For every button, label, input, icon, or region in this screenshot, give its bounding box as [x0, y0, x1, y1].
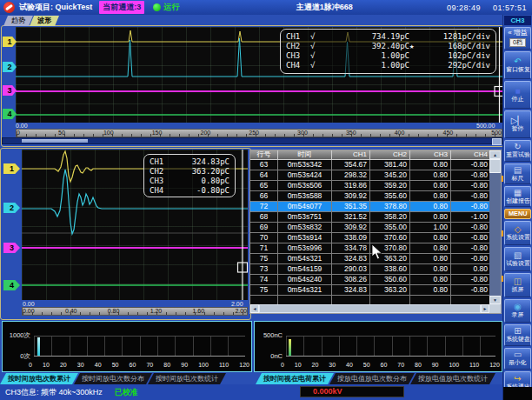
scroll-up-icon[interactable]: ▲	[489, 150, 501, 159]
minimize-button[interactable]: ▭ 最小化	[504, 348, 531, 370]
cell-ch4: -1.00	[451, 212, 491, 223]
channel-scale: 168pC/div	[421, 42, 490, 51]
test-settings-button[interactable]: ▧ 试验设置	[504, 247, 531, 271]
col-header-row-number[interactable]: 行号	[250, 150, 278, 160]
create-report-button[interactable]: ▦ 创建报告	[504, 186, 531, 207]
table-row[interactable]: 75 0m54s321 324.83 363.20 0.80 -0.80	[250, 285, 501, 296]
table-row[interactable]: 68 0m53s751 321.52 358.20 0.80 -1.00	[250, 212, 501, 223]
star-icon	[409, 61, 421, 70]
table-vertical-scrollbar[interactable]: ▲ ▼	[489, 150, 501, 304]
top-scope-scrollbar[interactable]	[2, 137, 502, 144]
grip-mark	[502, 276, 503, 282]
pause-button[interactable]: ▷▏ 暂停	[504, 110, 531, 138]
cell-time: 0m54s159	[278, 264, 332, 275]
cell-ch3: 0.80	[410, 181, 451, 191]
cell-ch1: 324.83	[332, 254, 370, 264]
ch4-tag[interactable]: 4	[3, 109, 17, 119]
ch1-tag[interactable]: 1	[3, 163, 20, 174]
ruler-tick-label: 50	[58, 130, 65, 136]
gain-label: 增益	[514, 30, 528, 37]
table-row[interactable]: 69 0m53s832 309.92 355.00 1.00 -0.80	[250, 223, 501, 233]
ch3-tag[interactable]: 3	[3, 243, 20, 253]
hist-left-ymax: 1000次	[4, 331, 30, 340]
ch3-tag[interactable]: 3	[3, 85, 17, 96]
col-header-ch3[interactable]: CH3	[410, 150, 451, 160]
channel-label: CH4	[286, 61, 310, 70]
table-row[interactable]: 70 0m53s914 338.09 370.60 0.80 -0.80	[250, 233, 501, 243]
scroll-right-icon[interactable]: ►	[481, 304, 489, 313]
tick-label: 20	[60, 362, 67, 368]
table-row[interactable]: 74 0m54s240 308.26 350.60 0.80 -0.80	[250, 275, 501, 285]
tick-label: 110	[219, 362, 229, 368]
channel-info-text: CH3信息: 频带 40k~300kHz	[5, 387, 103, 398]
col-header-ch1[interactable]: CH1	[332, 150, 370, 160]
pulse-values-box: CH1 324.83pC CH2 363.20pC CH3 0.80pC CH4…	[143, 154, 236, 197]
bottom-tab[interactable]: 按时间放电次数统计	[148, 373, 226, 384]
col-header-ch2[interactable]: CH2	[370, 150, 410, 160]
pulse-ruler: 0.000.400.801.201.602.00	[22, 307, 248, 316]
col-header-time[interactable]: 时间	[278, 150, 332, 160]
cell-ch3: 1.00	[410, 223, 451, 233]
cell-row-number: 75	[250, 254, 278, 264]
tick-label: 90	[432, 362, 439, 368]
vertical-scroll-thumb[interactable]	[489, 159, 501, 173]
top-scope-scroll-thumb[interactable]	[22, 139, 88, 143]
ch2-tag[interactable]: 2	[3, 62, 17, 72]
chevron-left-icon[interactable]: «	[508, 30, 511, 37]
tab-waveform[interactable]: 波形	[30, 16, 59, 26]
gain-button[interactable]: « 增益 0档	[504, 27, 531, 50]
grip-mark	[502, 176, 503, 182]
hist-left-ymin: 0次	[4, 352, 30, 361]
hist-right-ymin: 0nC	[256, 352, 283, 360]
tick-label: 70	[397, 362, 404, 368]
table-horizontal-scrollbar[interactable]: ◄ ►	[250, 304, 489, 313]
table-row[interactable]: 64 0m53s424 298.32 345.20 0.80 -0.80	[250, 170, 501, 181]
tick-label: 60	[130, 362, 136, 368]
system-settings-button[interactable]: ◇ 系统设置	[504, 221, 531, 245]
bottom-tab[interactable]: 按时间视在电荷累计	[256, 373, 334, 384]
ch2-tag[interactable]: 2	[3, 203, 20, 213]
cell-ch4: -0.80	[451, 202, 491, 212]
cell-time: 0m53s588	[278, 191, 332, 202]
ruler-button[interactable]: ▤ 标尺	[504, 163, 531, 184]
pulse-value-row: CH4 -0.80pC	[150, 186, 229, 196]
bottom-tab[interactable]: 按放电值放电次数分布	[329, 373, 415, 384]
col-header-ch4[interactable]: CH4	[451, 150, 491, 160]
channel-label: CH1	[286, 32, 310, 42]
bottom-tab[interactable]: 按时间放电次数累计	[0, 373, 78, 384]
table-row[interactable]: 73 0m54s159 290.03 338.60 0.80 0.80	[250, 264, 501, 275]
stop-button[interactable]: ■ 停止	[504, 81, 531, 109]
ch4-tag[interactable]: 4	[3, 280, 20, 290]
bottom-tab[interactable]: 按放电值放电次数统计	[410, 373, 495, 384]
scope-tabs: 趋势 波形	[3, 16, 59, 26]
tick-label: 110	[469, 362, 479, 368]
top-scope-scroll-button[interactable]	[492, 138, 502, 145]
horizontal-scroll-thumb[interactable]	[259, 304, 481, 313]
screen-record-button[interactable]: ◉ 录屏	[504, 299, 531, 323]
window-restore-button[interactable]: ↶ 窗口恢复	[504, 51, 531, 79]
screenshot-button[interactable]: ◫ 抓屏	[504, 273, 531, 297]
cell-ch1: 290.03	[332, 264, 370, 275]
hist-right-bar	[289, 339, 291, 356]
cell-time: 0m53s751	[278, 212, 332, 223]
ch1-tag[interactable]: 1	[3, 37, 17, 47]
channel-label: CH1	[150, 157, 176, 167]
current-channel-badge: 当前通道:3	[99, 1, 144, 14]
table-row[interactable]: 65 0m53s506 319.86 359.20 0.80 -0.80	[250, 181, 501, 191]
table-row[interactable]: 72 0m54s077 351.35 378.80 0.80 -0.80	[250, 202, 501, 212]
charge-histogram-panel: 500nC 0nC 0102030405060708090100110120	[254, 321, 502, 372]
voltage-value: 0.000kV	[301, 387, 342, 396]
scroll-left-icon[interactable]: ◄	[250, 304, 259, 313]
check-icon: √	[310, 32, 321, 42]
channel-scale: 102pC/div	[421, 51, 490, 61]
reset-test-button[interactable]: ↻ 重置试验	[504, 140, 531, 162]
tab-trend[interactable]: 趋势	[3, 16, 33, 26]
scroll-down-icon[interactable]: ▼	[489, 296, 501, 304]
cell-ch4: -0.80	[451, 254, 491, 264]
sidebar-footer	[503, 387, 532, 400]
table-row[interactable]: 63 0m53s342 354.67 381.40 0.80 -0.80	[250, 160, 501, 170]
system-keyboard-button[interactable]: ⊞ 系统键盘	[504, 324, 531, 346]
menu-button[interactable]: MENU	[504, 209, 531, 219]
bottom-tab[interactable]: 按时间放电次数分布	[74, 373, 152, 384]
table-row[interactable]: 66 0m53s588 309.92 355.60 0.80 -0.80	[250, 191, 501, 202]
